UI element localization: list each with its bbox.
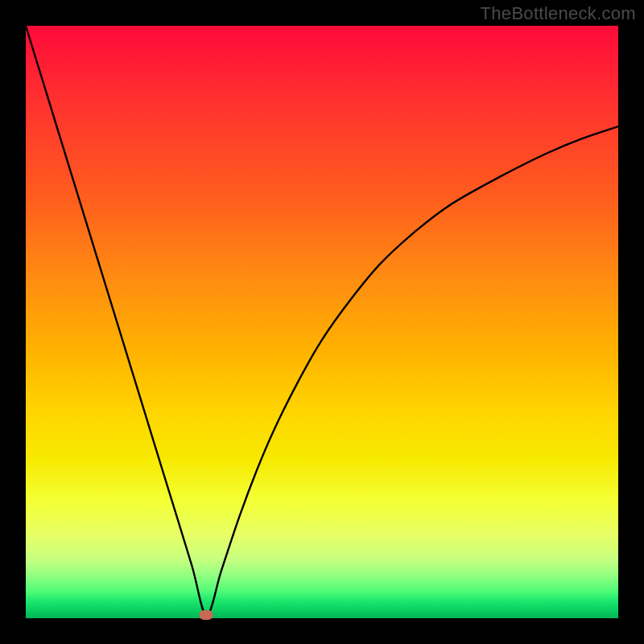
chart-frame: TheBottleneck.com <box>0 0 644 644</box>
bottleneck-curve <box>26 26 618 618</box>
optimum-marker <box>200 610 213 620</box>
plot-area <box>26 26 618 618</box>
curve-path <box>26 26 618 615</box>
watermark-text: TheBottleneck.com <box>481 3 636 24</box>
